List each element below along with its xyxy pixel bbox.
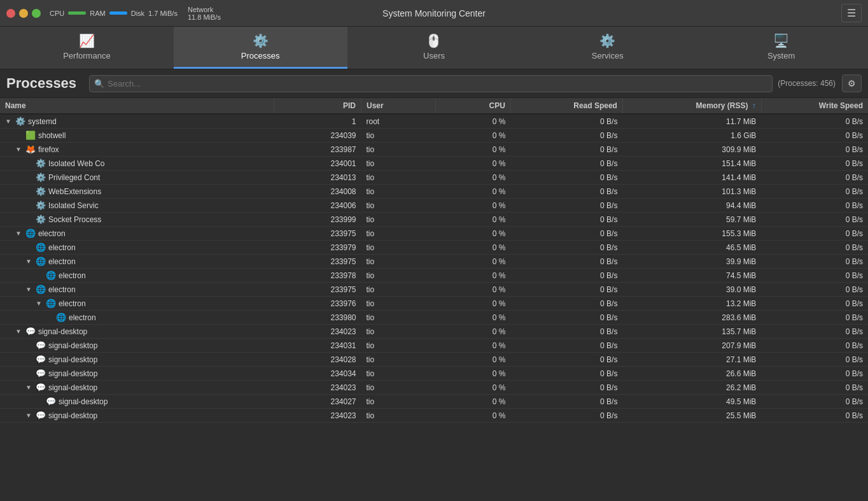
menu-button[interactable]: ☰ — [841, 4, 862, 22]
table-header: Name PID User CPU Read Speed Memory (RSS… — [0, 98, 868, 114]
process-cpu: 0 % — [436, 269, 510, 283]
process-read-speed: 0 B/s — [510, 213, 622, 227]
process-icon: 💬 — [36, 355, 46, 364]
toggle-icon[interactable]: ▼ — [25, 412, 32, 419]
tab-system[interactable]: 🖥️ System — [694, 27, 868, 69]
toggle-icon[interactable]: ▼ — [25, 286, 32, 293]
tab-processes[interactable]: ⚙️ Processes — [174, 27, 347, 69]
table-row[interactable]: 🌐 electron 233978tio0 %0 B/s74.5 MiB0 B/… — [0, 269, 868, 283]
processes-table: Name PID User CPU Read Speed Memory (RSS… — [0, 98, 868, 423]
process-name-cell: ▼ ⚙️ systemd — [0, 114, 274, 129]
process-cpu: 0 % — [436, 171, 510, 185]
col-memory[interactable]: Memory (RSS) ↑ — [622, 98, 761, 114]
process-write-speed: 0 B/s — [761, 325, 868, 339]
process-name-label: electron — [59, 271, 86, 280]
table-row[interactable]: ⚙️ Isolated Web Co 234001tio0 %0 B/s151.… — [0, 157, 868, 171]
table-row[interactable]: ▼ 💬 signal-desktop 234023tio0 %0 B/s135.… — [0, 325, 868, 339]
tab-users-label: Users — [423, 51, 445, 60]
toggle-icon[interactable]: ▼ — [25, 258, 32, 265]
process-name-cell: 💬 signal-desktop — [0, 367, 274, 381]
process-memory: 27.1 MiB — [622, 353, 761, 367]
process-pid: 234028 — [274, 353, 361, 367]
table-row[interactable]: ⚙️ Socket Process 233999tio0 %0 B/s59.7 … — [0, 213, 868, 227]
col-read[interactable]: Read Speed — [510, 98, 622, 114]
toggle-icon[interactable]: ▼ — [25, 384, 32, 391]
toggle-icon[interactable]: ▼ — [5, 118, 11, 125]
close-button[interactable] — [6, 9, 15, 18]
process-memory: 13.2 MiB — [622, 297, 761, 311]
process-read-speed: 0 B/s — [510, 353, 622, 367]
table-row[interactable]: 🌐 electron 233979tio0 %0 B/s46.5 MiB0 B/… — [0, 241, 868, 255]
process-write-speed: 0 B/s — [761, 311, 868, 325]
process-user: tio — [361, 381, 436, 395]
tab-performance[interactable]: 📈 Performance — [0, 27, 174, 69]
process-name-cell: 💬 signal-desktop — [0, 339, 274, 353]
table-row[interactable]: 💬 signal-desktop 234034tio0 %0 B/s26.6 M… — [0, 367, 868, 381]
process-cpu: 0 % — [436, 255, 510, 269]
table-row[interactable]: ▼ 🦊 firefox 233987tio0 %0 B/s309.9 MiB0 … — [0, 143, 868, 157]
disk-label: Disk — [131, 10, 144, 17]
process-read-speed: 0 B/s — [510, 339, 622, 353]
process-cpu: 0 % — [436, 157, 510, 171]
process-name-label: shotwell — [38, 131, 66, 140]
ram-label: RAM — [90, 10, 105, 17]
table-row[interactable]: 💬 signal-desktop 234031tio0 %0 B/s207.9 … — [0, 339, 868, 353]
col-name[interactable]: Name — [0, 98, 274, 114]
process-pid: 233979 — [274, 241, 361, 255]
process-pid: 234001 — [274, 157, 361, 171]
col-cpu[interactable]: CPU — [436, 98, 510, 114]
page-title: Processes — [6, 75, 76, 92]
process-name-label: electron — [48, 243, 76, 252]
table-row[interactable]: ▼ 💬 signal-desktop 234023tio0 %0 B/s25.5… — [0, 409, 868, 423]
col-pid[interactable]: PID — [274, 98, 361, 114]
table-row[interactable]: 💬 signal-desktop 234028tio0 %0 B/s27.1 M… — [0, 353, 868, 367]
table-row[interactable]: ▼ 🌐 electron 233975tio0 %0 B/s39.9 MiB0 … — [0, 255, 868, 269]
process-cpu: 0 % — [436, 185, 510, 199]
tab-services[interactable]: ⚙️ Services — [521, 27, 694, 69]
process-name-label: signal-desktop — [59, 397, 108, 406]
toggle-icon[interactable]: ▼ — [15, 230, 22, 237]
process-icon: 🌐 — [46, 271, 56, 280]
col-write[interactable]: Write Speed — [761, 98, 868, 114]
search-input[interactable] — [89, 75, 773, 92]
toggle-icon[interactable]: ▼ — [36, 300, 42, 307]
table-row[interactable]: ▼ 🌐 electron 233975tio0 %0 B/s155.3 MiB0… — [0, 227, 868, 241]
process-user: tio — [361, 283, 436, 297]
table-row[interactable]: ▼ ⚙️ systemd 1root0 %0 B/s11.7 MiB0 B/s — [0, 114, 868, 129]
col-user[interactable]: User — [361, 98, 436, 114]
process-pid: 234023 — [274, 381, 361, 395]
process-name-cell: ⚙️ Privileged Cont — [0, 171, 274, 185]
table-row[interactable]: ⚙️ Isolated Servic 234006tio0 %0 B/s94.4… — [0, 199, 868, 213]
table-row[interactable]: 🌐 electron 233980tio0 %0 B/s283.6 MiB0 B… — [0, 311, 868, 325]
process-name-cell: ▼ 🌐 electron — [0, 297, 274, 311]
process-pid: 234013 — [274, 171, 361, 185]
toggle-icon[interactable]: ▼ — [15, 146, 22, 153]
table-row[interactable]: ⚙️ Privileged Cont 234013tio0 %0 B/s141.… — [0, 171, 868, 185]
process-read-speed: 0 B/s — [510, 269, 622, 283]
table-settings-button[interactable]: ⚙ — [842, 74, 862, 92]
process-write-speed: 0 B/s — [761, 227, 868, 241]
process-read-speed: 0 B/s — [510, 129, 622, 143]
table-row[interactable]: ▼ 💬 signal-desktop 234023tio0 %0 B/s26.2… — [0, 381, 868, 395]
table-row[interactable]: 💬 signal-desktop 234027tio0 %0 B/s49.5 M… — [0, 395, 868, 409]
process-table[interactable]: Name PID User CPU Read Speed Memory (RSS… — [0, 98, 868, 501]
table-row[interactable]: ▼ 🌐 electron 233975tio0 %0 B/s39.0 MiB0 … — [0, 283, 868, 297]
tab-users[interactable]: 🖱️ Users — [347, 27, 521, 69]
process-read-speed: 0 B/s — [510, 185, 622, 199]
process-memory: 1.6 GiB — [622, 129, 761, 143]
process-pid: 234023 — [274, 325, 361, 339]
minimize-button[interactable] — [19, 9, 28, 18]
table-row[interactable]: 🟩 shotwell 234039tio0 %0 B/s1.6 GiB0 B/s — [0, 129, 868, 143]
maximize-button[interactable] — [32, 9, 41, 18]
process-name-cell: ▼ 💬 signal-desktop — [0, 381, 274, 395]
table-row[interactable]: ⚙️ WebExtensions 234008tio0 %0 B/s101.3 … — [0, 185, 868, 199]
process-icon: 🌐 — [56, 313, 66, 322]
process-cpu: 0 % — [436, 395, 510, 409]
process-name-cell: ⚙️ Isolated Servic — [0, 199, 274, 213]
process-memory: 59.7 MiB — [622, 213, 761, 227]
table-row[interactable]: ▼ 🌐 electron 233976tio0 %0 B/s13.2 MiB0 … — [0, 297, 868, 311]
process-cpu: 0 % — [436, 283, 510, 297]
toggle-icon[interactable]: ▼ — [15, 328, 22, 335]
process-name-label: electron — [38, 229, 66, 238]
process-read-speed: 0 B/s — [510, 283, 622, 297]
